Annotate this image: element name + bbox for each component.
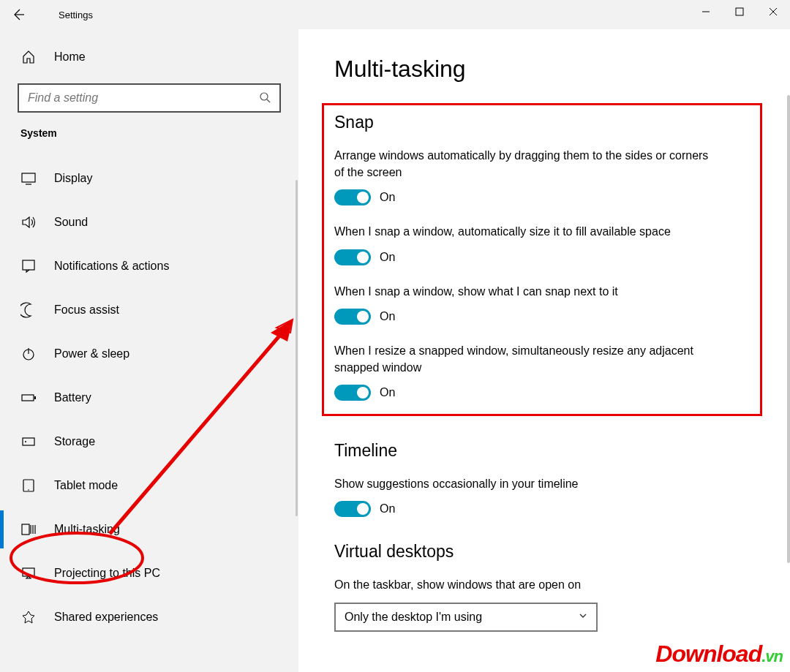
window-title: Settings [59, 10, 93, 20]
sidebar-item-label: Display [54, 172, 92, 185]
content-pane: Multi-tasking Snap Arrange windows autom… [298, 29, 790, 672]
battery-icon [20, 390, 37, 406]
search-input[interactable] [28, 91, 259, 105]
sidebar-item-label: Notifications & actions [54, 260, 169, 273]
virtual-desktops-section: Virtual desktops On the taskbar, show wi… [334, 542, 755, 631]
svg-point-1 [260, 93, 268, 100]
snap-setting-1: When I snap a window, automatically size… [334, 223, 750, 265]
sidebar-item-shared-experiences[interactable]: Shared experiences [18, 595, 281, 639]
vd-label: On the taskbar, show windows that are op… [334, 576, 715, 593]
setting-desc: Show suggestions occasionally in your ti… [334, 475, 715, 492]
sidebar-item-notifications[interactable]: Notifications & actions [18, 244, 281, 288]
sidebar-item-focus-assist[interactable]: Focus assist [18, 288, 281, 332]
timeline-section: Timeline Show suggestions occasionally i… [334, 441, 755, 517]
sidebar-item-label: Multi-tasking [54, 523, 120, 536]
content-scrollbar[interactable] [787, 95, 790, 563]
minimize-button[interactable] [689, 0, 723, 23]
sidebar-item-storage[interactable]: Storage [18, 420, 281, 464]
snap-toggle-3[interactable] [334, 385, 371, 401]
sidebar-item-label: Power & sleep [54, 347, 129, 360]
select-value: Only the desktop I'm using [345, 611, 482, 624]
sidebar-item-label: Focus assist [54, 303, 119, 317]
close-button[interactable] [756, 0, 790, 23]
svg-rect-12 [23, 568, 34, 576]
home-nav[interactable]: Home [18, 37, 281, 78]
maximize-button[interactable] [723, 0, 756, 23]
page-title: Multi-tasking [334, 56, 755, 83]
projecting-icon [20, 565, 37, 581]
toggle-state: On [380, 386, 395, 399]
notifications-icon [20, 258, 37, 274]
titlebar: Settings [0, 0, 790, 29]
chevron-down-icon [579, 611, 587, 622]
svg-rect-11 [22, 524, 29, 535]
home-icon [20, 49, 37, 65]
storage-icon [20, 434, 37, 450]
svg-rect-5 [22, 395, 34, 401]
snap-section: Snap Arrange windows automatically by dr… [322, 103, 762, 416]
category-heading: System [18, 127, 281, 139]
sidebar-item-label: Battery [54, 391, 91, 404]
window-controls [689, 0, 790, 23]
sidebar-item-label: Sound [54, 216, 88, 229]
home-label: Home [54, 50, 86, 64]
sidebar-item-battery[interactable]: Battery [18, 376, 281, 420]
sidebar-item-multi-tasking[interactable]: Multi-tasking [18, 507, 281, 551]
search-box[interactable] [18, 83, 281, 113]
setting-desc: Arrange windows automatically by draggin… [334, 147, 715, 181]
setting-desc: When I snap a window, automatically size… [334, 223, 715, 240]
back-button[interactable] [12, 8, 41, 21]
sidebar-item-tablet-mode[interactable]: Tablet mode [18, 464, 281, 507]
svg-rect-2 [22, 173, 35, 182]
snap-toggle-0[interactable] [334, 189, 371, 205]
snap-heading: Snap [334, 113, 750, 132]
toggle-state: On [380, 251, 395, 264]
search-icon [259, 91, 271, 105]
sidebar-item-power-sleep[interactable]: Power & sleep [18, 332, 281, 376]
timeline-toggle[interactable] [334, 501, 371, 517]
sidebar-item-sound[interactable]: Sound [18, 200, 281, 244]
minimize-icon [701, 7, 710, 16]
sidebar-item-label: Projecting to this PC [54, 567, 160, 580]
sidebar-item-display[interactable]: Display [18, 156, 281, 200]
svg-rect-7 [23, 438, 34, 445]
sidebar: Home System Display Sound Notifications [0, 29, 298, 672]
toggle-state: On [380, 310, 395, 323]
watermark-suffix: .vn [761, 647, 783, 665]
setting-desc: When I snap a window, show what I can sn… [334, 283, 715, 300]
snap-setting-2: When I snap a window, show what I can sn… [334, 283, 750, 325]
virtual-desktops-heading: Virtual desktops [334, 542, 755, 562]
snap-setting-3: When I resize a snapped window, simultan… [334, 342, 750, 401]
sidebar-item-projecting[interactable]: Projecting to this PC [18, 551, 281, 595]
sidebar-item-label: Storage [54, 435, 95, 448]
power-icon [20, 346, 37, 362]
shared-icon [20, 609, 37, 625]
tablet-icon [20, 477, 37, 494]
snap-toggle-1[interactable] [334, 249, 371, 265]
arrow-left-icon [12, 8, 25, 21]
multi-tasking-icon [20, 521, 37, 537]
settings-window: Settings Home S [0, 0, 790, 672]
sidebar-scrollbar[interactable] [296, 180, 298, 516]
sidebar-item-label: Shared experiences [54, 611, 158, 624]
timeline-setting: Show suggestions occasionally in your ti… [334, 475, 755, 517]
display-icon [20, 170, 37, 186]
watermark: Download.vn [655, 641, 783, 668]
snap-setting-0: Arrange windows automatically by draggin… [334, 147, 750, 205]
setting-desc: When I resize a snapped window, simultan… [334, 342, 715, 376]
close-icon [769, 7, 778, 16]
vd-taskbar-select[interactable]: Only the desktop I'm using [334, 603, 598, 632]
snap-toggle-2[interactable] [334, 309, 371, 325]
svg-rect-0 [736, 8, 743, 15]
svg-rect-6 [34, 396, 36, 399]
svg-rect-3 [23, 260, 34, 270]
timeline-heading: Timeline [334, 441, 755, 461]
toggle-state: On [380, 191, 395, 204]
sound-icon [20, 214, 37, 230]
focus-assist-icon [20, 302, 37, 318]
maximize-icon [735, 7, 744, 16]
sidebar-item-label: Tablet mode [54, 479, 118, 492]
toggle-state: On [380, 502, 395, 516]
watermark-main: Download [655, 641, 761, 667]
svg-point-10 [28, 489, 29, 491]
